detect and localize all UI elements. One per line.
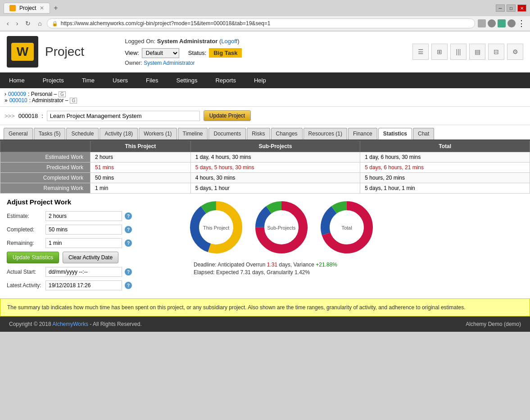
- remaining-help-icon[interactable]: ?: [125, 239, 132, 247]
- estimate-help-icon[interactable]: ?: [125, 212, 132, 220]
- tab-resources[interactable]: Resources (1): [304, 128, 347, 140]
- breadcrumb-link-2[interactable]: 000010: [9, 97, 27, 104]
- stats-label-estimated: Estimated Work: [0, 152, 91, 163]
- ext-icon-1[interactable]: [488, 19, 496, 27]
- project-name-input[interactable]: Learn Project Management System: [47, 111, 200, 121]
- actual-start-row: Actual Start: ?: [7, 267, 178, 277]
- stats-val-pred-this: 51 mins: [91, 163, 191, 173]
- chart-this-project-label: This Project: [203, 225, 229, 230]
- breadcrumbs: › 000009 : Personal – G » 000010 : Admin…: [0, 88, 530, 106]
- stats-table: This Project Sub-Projects Total Estimate…: [0, 140, 530, 194]
- owner-link[interactable]: System Administrator: [144, 60, 195, 66]
- header-icons: ☰ ⊞ ||| ▤ ⊟ ⚙: [412, 44, 523, 60]
- reload-button[interactable]: ↻: [23, 19, 33, 28]
- nav-help[interactable]: Help: [245, 72, 275, 88]
- new-tab-button[interactable]: +: [54, 4, 58, 12]
- tab-tasks[interactable]: Tasks (5): [34, 128, 66, 140]
- url-text: https://www.alchemyworks.com/cgi-bin/pro…: [61, 20, 271, 27]
- nav-home[interactable]: Home: [0, 72, 34, 88]
- adjust-form: Adjust Project Work Estimate: ? Complete…: [7, 198, 178, 294]
- toolbar-icon-grid[interactable]: ⊞: [431, 44, 448, 60]
- breadcrumb-sep-2: : Administrator –: [29, 97, 68, 104]
- ext-icon-2[interactable]: [498, 19, 506, 27]
- stats-val-comp-total: 5 hours, 20 mins: [360, 173, 530, 183]
- tab-finance[interactable]: Finance: [348, 128, 377, 140]
- home-button[interactable]: ⌂: [36, 19, 44, 28]
- tab-changes[interactable]: Changes: [271, 128, 303, 140]
- stats-label-remaining: Remaining Work: [0, 183, 91, 194]
- breadcrumb-arrow-2: »: [5, 97, 8, 104]
- nav-projects[interactable]: Projects: [34, 72, 73, 88]
- tab-schedule[interactable]: Schedule: [66, 128, 99, 140]
- breadcrumb-g-2[interactable]: G: [70, 98, 77, 104]
- tab-general[interactable]: General: [4, 128, 33, 140]
- actual-start-help-icon[interactable]: ?: [125, 268, 132, 275]
- nav-files[interactable]: Files: [137, 72, 167, 88]
- ext-icon-3[interactable]: [507, 19, 516, 27]
- forward-button[interactable]: ›: [14, 19, 21, 28]
- actual-start-label: Actual Start:: [7, 269, 43, 275]
- footer-rights: - All Rights Reserved.: [88, 321, 142, 327]
- breadcrumb-g-1[interactable]: G: [59, 91, 66, 97]
- close-button[interactable]: ✕: [517, 5, 526, 12]
- tab-activity[interactable]: Activity (18): [100, 128, 138, 140]
- tab-risks[interactable]: Risks: [247, 128, 270, 140]
- back-button[interactable]: ‹: [5, 19, 11, 28]
- logoff-link[interactable]: Logoff: [221, 38, 237, 45]
- maximize-button[interactable]: □: [507, 5, 516, 12]
- actual-start-input[interactable]: [45, 267, 122, 277]
- breadcrumb-link-1[interactable]: 000009: [8, 91, 26, 97]
- tab-chat[interactable]: Chat: [413, 128, 434, 140]
- tab-favicon: [9, 5, 16, 11]
- tab-documents[interactable]: Documents: [208, 128, 246, 140]
- browser-tab[interactable]: Project ✕: [4, 3, 50, 14]
- estimate-input[interactable]: [45, 211, 122, 221]
- toolbar-icon-settings[interactable]: ⚙: [507, 44, 523, 60]
- page-footer: Copyright © 2018 AlchemyWorks - All Righ…: [0, 316, 530, 332]
- owner-label: Owner:: [125, 60, 142, 66]
- logged-on-row: Logged On: System Administrator (Logoff): [125, 38, 242, 45]
- update-statistics-button[interactable]: Update Statistics: [7, 252, 59, 263]
- footer-company-link[interactable]: AlchemyWorks: [52, 321, 88, 327]
- logged-on-label: Logged On:: [125, 38, 155, 45]
- completed-help-icon[interactable]: ?: [125, 226, 132, 233]
- bookmark-icon[interactable]: [478, 19, 486, 27]
- tab-title: Project: [19, 5, 36, 11]
- tab-workers[interactable]: Workers (1): [139, 128, 177, 140]
- update-project-button[interactable]: Update Project: [204, 110, 251, 121]
- nav-reports[interactable]: Reports: [206, 72, 245, 88]
- browser-chrome: Project ✕ + ─ □ ✕ ‹ › ↻ ⌂ 🔒 https://www.…: [0, 0, 530, 32]
- deadline-info: Deadline: Anticipated Overrun 1.31 days,…: [187, 258, 523, 280]
- minimize-button[interactable]: ─: [496, 5, 505, 12]
- tab-timeline[interactable]: Timeline: [178, 128, 208, 140]
- toolbar-icon-list[interactable]: ☰: [412, 44, 429, 60]
- close-tab-icon[interactable]: ✕: [40, 5, 44, 11]
- url-bar[interactable]: 🔒 https://www.alchemyworks.com/cgi-bin/p…: [47, 18, 475, 28]
- toolbar-icon-bar[interactable]: ▤: [469, 44, 485, 60]
- stats-val-rem-total: 5 days, 1 hour, 1 min: [360, 183, 530, 194]
- nav-users[interactable]: Users: [104, 72, 137, 88]
- chart-total-label: Total: [341, 225, 352, 230]
- chart-sub-projects: Sub-Projects: [252, 198, 311, 258]
- chart-sub-projects-label: Sub-Projects: [267, 225, 296, 230]
- toolbar-icon-columns[interactable]: |||: [450, 44, 467, 60]
- project-num: 000018: [18, 113, 38, 119]
- latest-activity-row: Latest Activity: ?: [7, 280, 178, 290]
- view-select[interactable]: Default: [142, 48, 179, 58]
- footer-copyright: Copyright © 2018: [9, 321, 52, 327]
- latest-activity-help-icon[interactable]: ?: [125, 282, 132, 289]
- latest-activity-input[interactable]: [45, 280, 122, 290]
- variance-value: +21.88%: [316, 262, 337, 268]
- remaining-input[interactable]: [45, 238, 122, 248]
- tab-statistics[interactable]: Statistics: [378, 128, 412, 140]
- clear-activity-date-button[interactable]: Clear Activity Date: [63, 252, 118, 263]
- stats-header-sub-projects: Sub-Projects: [190, 141, 360, 152]
- nav-time[interactable]: Time: [73, 72, 104, 88]
- header-right: Logged On: System Administrator (Logoff)…: [125, 38, 242, 66]
- toolbar-icon-table[interactable]: ⊟: [488, 44, 504, 60]
- nav-settings[interactable]: Settings: [167, 72, 206, 88]
- stats-row-completed: Completed Work 50 mins 4 hours, 30 mins …: [0, 173, 530, 183]
- menu-icon[interactable]: ⋮: [517, 19, 525, 27]
- view-section: View: Default: [125, 48, 179, 58]
- completed-input[interactable]: [45, 225, 122, 235]
